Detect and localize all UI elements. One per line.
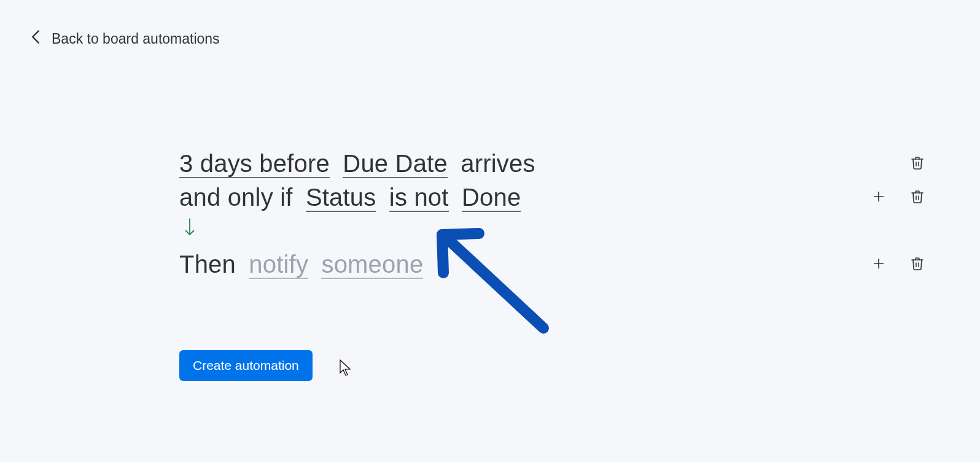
cursor-icon [339, 359, 352, 379]
chevron-left-icon [31, 29, 41, 48]
delete-condition-button[interactable] [910, 189, 925, 206]
condition-value[interactable]: Done [462, 184, 521, 212]
action-row: Then notify someone [179, 251, 925, 278]
trigger-row: 3 days before Due Date arrives [179, 150, 925, 178]
plus-icon [872, 190, 885, 205]
arrow-down-icon [183, 217, 925, 242]
create-automation-button[interactable]: Create automation [179, 350, 313, 381]
action-target[interactable]: someone [321, 251, 423, 279]
condition-row: and only if Status is not Done [179, 184, 925, 211]
trash-icon [910, 256, 925, 273]
trigger-time-amount[interactable]: 3 days before [179, 150, 330, 178]
trigger-date-field[interactable]: Due Date [343, 150, 448, 178]
automation-sentence: 3 days before Due Date arrives and only … [179, 150, 925, 282]
back-label: Back to board automations [52, 31, 220, 47]
action-prefix: Then [179, 251, 236, 278]
add-condition-button[interactable] [872, 190, 885, 205]
delete-trigger-button[interactable] [910, 155, 925, 173]
back-link[interactable]: Back to board automations [31, 29, 220, 48]
action-verb[interactable]: notify [249, 251, 308, 279]
delete-action-button[interactable] [910, 256, 925, 273]
trigger-suffix: arrives [461, 150, 535, 177]
condition-operator[interactable]: is not [389, 184, 449, 212]
plus-icon [872, 257, 885, 272]
condition-field[interactable]: Status [306, 184, 376, 212]
add-action-button[interactable] [872, 257, 885, 272]
condition-prefix: and only if [179, 184, 293, 211]
trash-icon [910, 155, 925, 173]
trash-icon [910, 189, 925, 206]
